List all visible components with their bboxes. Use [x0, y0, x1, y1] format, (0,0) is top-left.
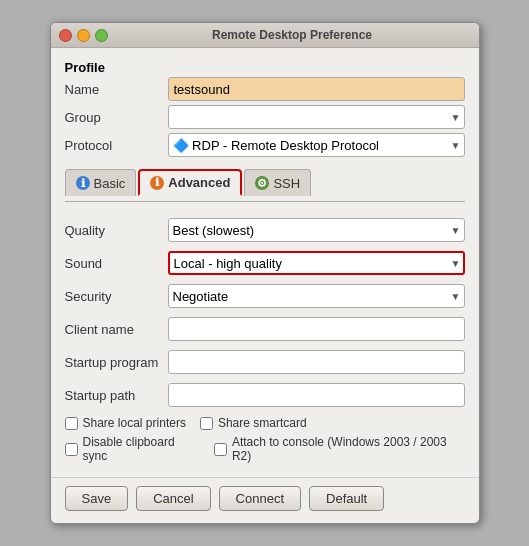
- checkbox-row-1: Share local printers Share smartcard: [65, 416, 465, 430]
- quality-row: Quality Best (slowest) Good Medium Poor …: [65, 218, 465, 242]
- tab-ssh[interactable]: ⚙ SSH: [244, 169, 311, 196]
- share-smartcard-checkbox[interactable]: [200, 417, 213, 430]
- quality-select[interactable]: Best (slowest) Good Medium Poor (fastest…: [168, 218, 465, 242]
- name-input[interactable]: [168, 77, 465, 101]
- default-button[interactable]: Default: [309, 486, 384, 511]
- group-select-wrapper: ▼: [168, 105, 465, 129]
- advanced-section: Quality Best (slowest) Good Medium Poor …: [65, 218, 465, 463]
- startup-program-label: Startup program: [65, 355, 160, 370]
- tabs: ℹ Basic ℹ Advanced ⚙ SSH: [65, 169, 465, 196]
- protocol-select-wrapper: 🔷 RDP - Remote Desktop Protocol ▼: [168, 133, 465, 157]
- maximize-button[interactable]: [95, 29, 108, 42]
- group-row: Group ▼: [65, 105, 465, 129]
- startup-path-row: Startup path: [65, 383, 465, 407]
- security-select-wrapper: Negotiate RDP TLS NLA ▼: [168, 284, 465, 308]
- profile-section-title: Profile: [65, 60, 465, 75]
- disable-clipboard-label: Disable clipboard sync: [83, 435, 200, 463]
- content-area: Profile Name Group ▼ Protocol 🔷 R: [51, 48, 479, 473]
- window: Remote Desktop Preference Profile Name G…: [50, 22, 480, 524]
- tab-basic[interactable]: ℹ Basic: [65, 169, 137, 196]
- sound-label: Sound: [65, 256, 160, 271]
- startup-program-input[interactable]: [168, 350, 465, 374]
- basic-tab-icon: ℹ: [76, 176, 90, 190]
- sound-select[interactable]: Local - high quality Local - medium qual…: [168, 251, 465, 275]
- client-name-row: Client name: [65, 317, 465, 341]
- quality-label: Quality: [65, 223, 160, 238]
- basic-tab-label: Basic: [94, 176, 126, 191]
- advanced-tab-icon: ℹ: [150, 176, 164, 190]
- checkbox-row-2: Disable clipboard sync Attach to console…: [65, 435, 465, 463]
- protocol-row: Protocol 🔷 RDP - Remote Desktop Protocol…: [65, 133, 465, 157]
- attach-console-checkbox[interactable]: [214, 443, 227, 456]
- security-select[interactable]: Negotiate RDP TLS NLA: [168, 284, 465, 308]
- group-select[interactable]: [168, 105, 465, 129]
- startup-program-row: Startup program: [65, 350, 465, 374]
- disable-clipboard-checkbox[interactable]: [65, 443, 78, 456]
- security-label: Security: [65, 289, 160, 304]
- quality-select-wrapper: Best (slowest) Good Medium Poor (fastest…: [168, 218, 465, 242]
- footer-buttons: Save Cancel Connect Default: [51, 477, 479, 523]
- group-label: Group: [65, 110, 160, 125]
- ssh-tab-label: SSH: [273, 176, 300, 191]
- close-button[interactable]: [59, 29, 72, 42]
- share-printers-checkbox[interactable]: [65, 417, 78, 430]
- share-printers-checkbox-label[interactable]: Share local printers: [65, 416, 186, 430]
- tabs-border: [65, 201, 465, 202]
- connect-button[interactable]: Connect: [219, 486, 301, 511]
- share-smartcard-checkbox-label[interactable]: Share smartcard: [200, 416, 307, 430]
- cancel-button[interactable]: Cancel: [136, 486, 210, 511]
- titlebar-buttons: [59, 29, 108, 42]
- security-row: Security Negotiate RDP TLS NLA ▼: [65, 284, 465, 308]
- tab-advanced[interactable]: ℹ Advanced: [138, 169, 242, 196]
- advanced-tab-label: Advanced: [168, 175, 230, 190]
- attach-console-label: Attach to console (Windows 2003 / 2003 R…: [232, 435, 465, 463]
- protocol-label: Protocol: [65, 138, 160, 153]
- window-title: Remote Desktop Preference: [114, 28, 471, 42]
- titlebar: Remote Desktop Preference: [51, 23, 479, 48]
- sound-select-wrapper: Local - high quality Local - medium qual…: [168, 251, 465, 275]
- minimize-button[interactable]: [77, 29, 90, 42]
- profile-section: Profile Name Group ▼ Protocol 🔷 R: [65, 60, 465, 161]
- name-row: Name: [65, 77, 465, 101]
- ssh-tab-icon: ⚙: [255, 176, 269, 190]
- tabs-container: ℹ Basic ℹ Advanced ⚙ SSH: [65, 169, 465, 210]
- save-button[interactable]: Save: [65, 486, 129, 511]
- client-name-input[interactable]: [168, 317, 465, 341]
- startup-path-input[interactable]: [168, 383, 465, 407]
- disable-clipboard-checkbox-label[interactable]: Disable clipboard sync: [65, 435, 200, 463]
- share-printers-label: Share local printers: [83, 416, 186, 430]
- name-label: Name: [65, 82, 160, 97]
- share-smartcard-label: Share smartcard: [218, 416, 307, 430]
- sound-row: Sound Local - high quality Local - mediu…: [65, 251, 465, 275]
- client-name-label: Client name: [65, 322, 160, 337]
- attach-console-checkbox-label[interactable]: Attach to console (Windows 2003 / 2003 R…: [214, 435, 465, 463]
- protocol-select[interactable]: 🔷 RDP - Remote Desktop Protocol: [168, 133, 465, 157]
- startup-path-label: Startup path: [65, 388, 160, 403]
